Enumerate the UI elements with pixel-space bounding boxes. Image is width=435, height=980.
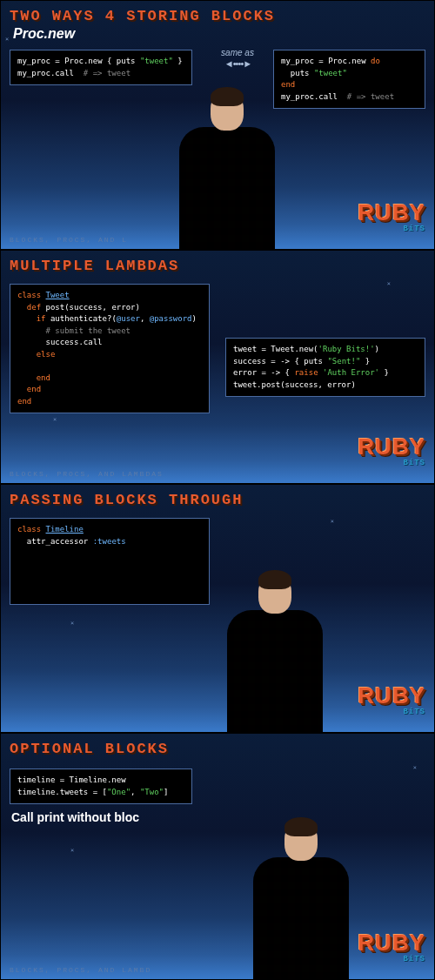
caption-text: Call print without bloc [11,810,139,824]
ruby-bits-logo: RUBYBiTS [358,686,425,716]
logo-main: RUBY [358,203,425,223]
star-icon: × [387,280,391,287]
star-icon: × [331,518,334,525]
same-as-text: same as [221,48,254,57]
code-block-right: my_proc = Proc.new do puts "tweet" end m… [273,50,425,109]
presenter-figure [244,821,358,979]
footer-text: BLOCKS, PROCS, AND LAMBDAS [10,470,164,478]
slide-title: OPTIONAL BLOCKS [1,734,434,761]
slide-passing-blocks: PASSING BLOCKS THROUGH class Timeline at… [0,484,435,733]
logo-main: RUBY [358,686,425,706]
logo-main: RUBY [358,437,425,457]
logo-sub: BiTS [358,225,425,233]
slide-subtitle: Proc.new [1,26,434,42]
logo-main: RUBY [358,933,425,953]
arrows-icon: ◄ • • • • ► [208,58,267,69]
slide-title: PASSING BLOCKS THROUGH [1,485,434,512]
presenter-figure [171,91,284,249]
code-block: class Timeline attr_accessor :tweets [10,518,210,605]
star-icon: × [413,764,417,771]
footer-text: BLOCKS, PROCS, AND LAMBD [10,966,151,974]
code-block-left: my_proc = Proc.new { puts "tweet" } my_p… [10,50,192,85]
logo-sub: BiTS [358,708,425,716]
logo-sub: BiTS [358,459,425,467]
star-icon: × [5,36,9,43]
same-as-label: same as ◄ • • • • ► [208,48,267,69]
code-block-left: class Tweet def post(success, error) if … [10,284,210,413]
code-block-right: tweet = Tweet.new('Ruby Bits!') success … [225,338,425,397]
slide-proc-new: TWO WAYS 4 STORING BLOCKS Proc.new my_pr… [0,0,435,250]
ruby-bits-logo: RUBYBiTS [358,437,425,467]
star-icon: × [70,620,74,627]
ruby-bits-logo: RUBYBiTS [358,203,425,233]
slide-title: MULTIPLE LAMBDAS [1,251,434,278]
footer-text: BLOCKS, PROCS, AND L [10,236,128,244]
slide-multiple-lambdas: MULTIPLE LAMBDAS class Tweet def post(su… [0,250,435,484]
logo-sub: BiTS [358,955,425,963]
star-icon: × [53,416,57,423]
presenter-figure [218,574,331,732]
code-block: timeline = Timeline.new timeline.tweets … [10,769,192,804]
slide-optional-blocks: OPTIONAL BLOCKS timeline = Timeline.new … [0,733,435,980]
ruby-bits-logo: RUBYBiTS [358,933,425,963]
slide-title: TWO WAYS 4 STORING BLOCKS [1,1,434,28]
star-icon: × [70,847,74,854]
